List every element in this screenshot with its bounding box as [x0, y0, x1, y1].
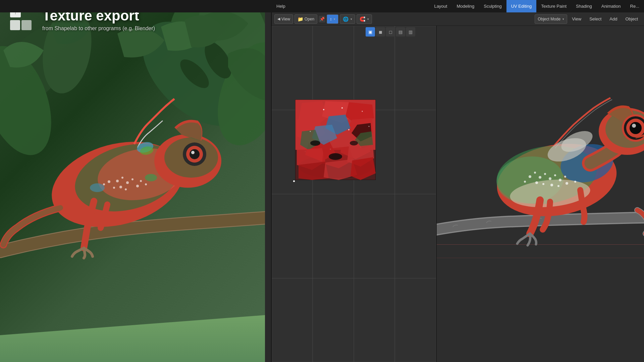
chameleon-illustration: [0, 34, 265, 335]
svg-point-105: [630, 122, 642, 134]
svg-point-98: [557, 185, 559, 187]
svg-point-33: [145, 174, 157, 181]
snap-btn[interactable]: 🧲 ▾: [357, 14, 372, 24]
tab-modeling[interactable]: Modeling: [452, 0, 479, 12]
svg-point-79: [350, 141, 358, 145]
svg-point-32: [90, 183, 105, 192]
svg-point-29: [145, 183, 147, 185]
svg-point-80: [329, 153, 342, 160]
svg-point-20: [126, 181, 129, 184]
viewport-divider: [436, 12, 437, 362]
menu-tab-help[interactable]: Layout Help: [272, 0, 290, 12]
toolbar-view-btn[interactable]: ◀ View: [274, 14, 293, 24]
svg-point-93: [564, 176, 566, 178]
svg-point-89: [544, 173, 546, 175]
select-mode-icon[interactable]: ▤: [396, 27, 405, 37]
svg-point-27: [140, 180, 142, 182]
snap-icon: 🧲: [360, 16, 365, 22]
select-mode2-icon[interactable]: ▥: [406, 27, 415, 37]
uv-texture-svg: [295, 100, 376, 180]
globe-icon: 🌐: [343, 16, 348, 22]
viewport-icon-bar: ▣ ◼ ◻ ▤ ▥: [364, 26, 417, 38]
svg-point-68: [369, 126, 370, 127]
svg-point-67: [348, 129, 350, 130]
toolbar-open-btn[interactable]: 📁 Open: [294, 14, 317, 24]
svg-point-22: [113, 187, 115, 189]
svg-point-66: [310, 131, 311, 132]
panel-divider: [271, 0, 272, 362]
svg-point-18: [116, 180, 119, 182]
svg-point-28: [136, 185, 139, 187]
logo-box3: [21, 20, 32, 30]
tab-layout[interactable]: Layout: [429, 0, 452, 12]
tab-animation[interactable]: Animation: [597, 0, 626, 12]
select-menu-btn[interactable]: Select: [586, 14, 605, 24]
svg-point-100: [574, 181, 576, 183]
svg-point-91: [554, 174, 556, 176]
chameleon-3d-svg: [436, 36, 644, 287]
svg-point-92: [559, 179, 561, 181]
logo-box2: [10, 20, 20, 30]
global-local-btn[interactable]: 🌐 ▾: [340, 14, 355, 24]
svg-point-24: [125, 188, 127, 190]
uv-grid: [272, 26, 436, 362]
3d-scene[interactable]: [436, 26, 644, 362]
svg-point-23: [119, 186, 122, 188]
3d-viewport-panel: [436, 12, 644, 362]
svg-point-19: [121, 177, 123, 179]
svg-point-86: [529, 175, 531, 178]
svg-point-16: [190, 149, 200, 159]
svg-point-96: [542, 183, 544, 185]
toolbar-right: Object Mode ▾ View Select Add Object: [535, 14, 641, 24]
tab-uv-editing[interactable]: UV Editing: [506, 0, 536, 12]
svg-point-65: [362, 111, 363, 112]
svg-point-64: [341, 107, 343, 109]
transform-icon: ↕: [330, 17, 332, 21]
object-mode-dropdown[interactable]: Object Mode ▾: [535, 14, 567, 24]
svg-point-97: [550, 184, 553, 186]
svg-point-78: [310, 140, 320, 146]
uv-editor-panel: [272, 12, 436, 362]
promo-panel: ↑ Texture export from Shapelab to other …: [0, 0, 265, 362]
select-lasso-icon[interactable]: ◻: [386, 27, 395, 37]
uv-viewport[interactable]: [272, 26, 436, 362]
uv-origin-dot: [293, 180, 295, 182]
svg-point-94: [524, 181, 526, 183]
uv-texture-image: [295, 100, 376, 180]
svg-point-87: [534, 172, 536, 174]
svg-point-95: [535, 181, 538, 184]
workspace-tabs: Layout Modeling Sculpting UV Editing Tex…: [429, 0, 644, 12]
svg-point-106: [632, 124, 636, 128]
view-menu-btn[interactable]: View: [569, 14, 585, 24]
folder-icon: 📁: [298, 16, 303, 22]
svg-point-26: [108, 180, 110, 183]
tab-rendering[interactable]: Re...: [626, 0, 644, 12]
select-box-icon[interactable]: ▣: [366, 27, 375, 37]
object-menu-btn[interactable]: Object: [622, 14, 641, 24]
pin-icon: 📌: [320, 17, 325, 21]
add-menu-btn[interactable]: Add: [606, 14, 621, 24]
transform-btn[interactable]: ↕ ▾: [327, 14, 338, 24]
svg-point-99: [566, 182, 568, 185]
pin-btn[interactable]: 📌: [319, 16, 325, 22]
promo-background: [0, 0, 265, 362]
svg-point-90: [549, 177, 551, 180]
svg-point-25: [103, 183, 105, 185]
svg-point-17: [191, 151, 195, 154]
select-circle-icon[interactable]: ◼: [376, 27, 385, 37]
uv-toolbar: ◀ View 📁 Open 📌 ↕ ▾ 🌐 ▾ 🧲 ▾ Object Mode …: [272, 12, 644, 26]
svg-point-21: [131, 178, 133, 180]
tab-shading[interactable]: Shading: [571, 0, 597, 12]
tab-texture-paint[interactable]: Texture Paint: [536, 0, 571, 12]
svg-point-88: [539, 176, 541, 179]
top-menu-bar: Layout Help Layout Modeling Sculpting UV…: [0, 0, 644, 12]
tab-sculpting[interactable]: Sculpting: [479, 0, 506, 12]
svg-point-63: [323, 109, 324, 110]
promo-subtitle: from Shapelab to other programs (e.g. Bl…: [42, 25, 155, 32]
